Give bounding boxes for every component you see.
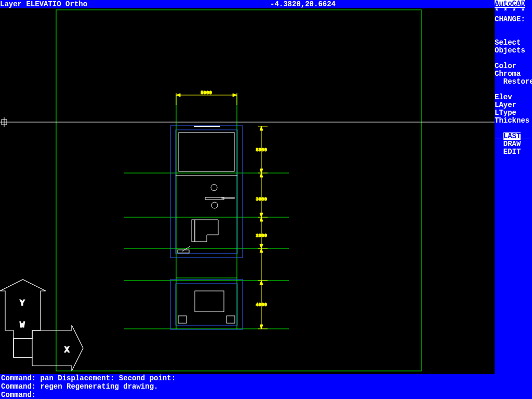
menu-restore[interactable]: Restore bbox=[495, 78, 532, 86]
ortho-mode: Ortho bbox=[65, 0, 87, 8]
ucs-icon: X Y W bbox=[0, 280, 83, 371]
svg-marker-32 bbox=[233, 94, 237, 97]
svg-rect-16 bbox=[192, 220, 195, 242]
dim-top: 5000 bbox=[201, 90, 212, 96]
menu-draw[interactable]: DRAW bbox=[495, 140, 532, 148]
menu-layer[interactable]: LAyer bbox=[495, 101, 532, 109]
menu-edit[interactable]: EDIT bbox=[495, 148, 532, 156]
menu-title[interactable]: AutoCAD bbox=[495, 0, 525, 8]
crosshair-icon bbox=[0, 117, 495, 127]
building-outline bbox=[170, 126, 243, 329]
menu-objects[interactable]: Objects bbox=[495, 47, 532, 55]
svg-point-17 bbox=[211, 184, 217, 191]
menu-change[interactable]: CHANGE: bbox=[495, 16, 532, 23]
layer-name: ELEVATIO bbox=[26, 0, 61, 8]
svg-rect-25 bbox=[178, 316, 187, 323]
svg-marker-31 bbox=[176, 94, 180, 97]
command-line-1: Command: pan Displacement: Second point: bbox=[1, 374, 532, 382]
drawing-canvas[interactable]: 5000 8800 3600 2600 4000 X Y W bbox=[0, 8, 495, 374]
command-line-2: Command: regen Regenerating drawing. bbox=[1, 382, 532, 391]
menu-last: LAST bbox=[503, 132, 521, 140]
svg-rect-24 bbox=[195, 291, 224, 312]
dim-r2: 3600 bbox=[256, 197, 267, 202]
menu-stars[interactable]: * * * * bbox=[495, 8, 532, 16]
svg-point-18 bbox=[211, 202, 218, 208]
svg-marker-40 bbox=[260, 126, 263, 130]
command-prompt[interactable]: Command: bbox=[1, 391, 532, 399]
svg-marker-47 bbox=[260, 281, 263, 285]
menu-last-row[interactable]: __LAST__ bbox=[495, 132, 532, 140]
command-area[interactable]: Command: pan Displacement: Second point:… bbox=[0, 374, 532, 399]
svg-rect-26 bbox=[227, 316, 235, 323]
menu-thicknes[interactable]: Thicknes bbox=[495, 117, 532, 125]
drawing-extents bbox=[56, 10, 421, 371]
ucs-x: X bbox=[64, 345, 70, 355]
ucs-y: Y bbox=[20, 299, 25, 308]
dim-r4: 4000 bbox=[256, 302, 267, 308]
layer-label: Layer bbox=[0, 0, 22, 8]
menu-chroma[interactable]: Chroma bbox=[495, 70, 532, 78]
menu-color[interactable]: Color bbox=[495, 62, 532, 70]
svg-rect-22 bbox=[170, 280, 243, 329]
door-symbol bbox=[178, 246, 190, 253]
status-bar: Layer ELEVATIO Ortho -4.3820,20.6624 bbox=[0, 0, 532, 8]
svg-rect-15 bbox=[205, 197, 224, 200]
svg-rect-13 bbox=[179, 132, 234, 171]
dim-r3: 2600 bbox=[256, 233, 267, 238]
screen-menu: AutoCAD * * * * CHANGE: Select Objects C… bbox=[495, 0, 532, 399]
dim-r1: 8800 bbox=[256, 148, 267, 153]
svg-marker-42 bbox=[260, 173, 263, 177]
ucs-w: W bbox=[20, 321, 25, 330]
cursor-coordinates: -4.3820,20.6624 bbox=[270, 0, 336, 8]
svg-rect-23 bbox=[176, 284, 237, 325]
svg-rect-49 bbox=[14, 339, 32, 357]
svg-marker-46 bbox=[260, 248, 263, 252]
menu-ltype[interactable]: LType bbox=[495, 109, 532, 117]
svg-marker-48 bbox=[260, 325, 263, 329]
svg-marker-44 bbox=[260, 217, 263, 221]
menu-elev[interactable]: Elev bbox=[495, 94, 532, 101]
dimensions: 5000 8800 3600 2600 4000 bbox=[176, 90, 268, 329]
menu-select[interactable]: Select bbox=[495, 39, 532, 47]
